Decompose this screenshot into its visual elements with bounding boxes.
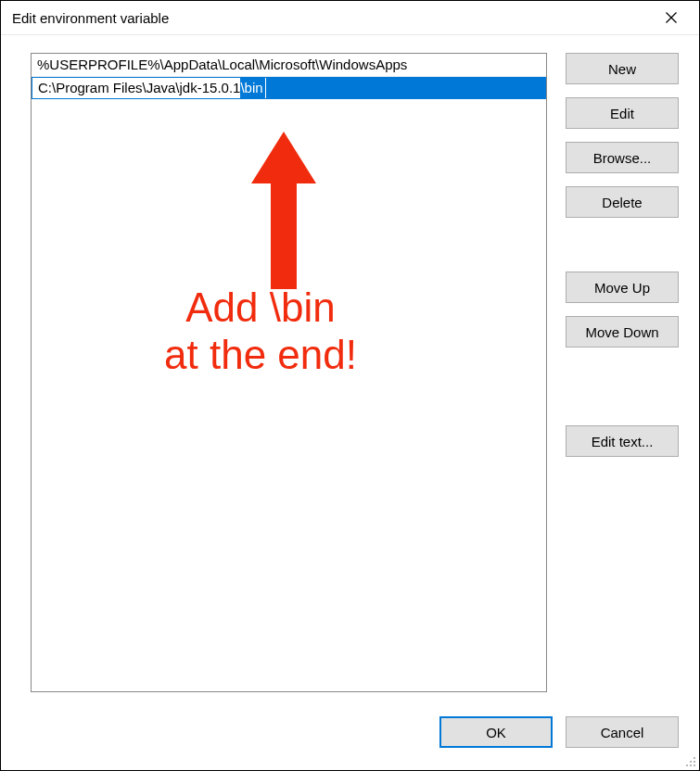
dialog-footer: OK Cancel (439, 716, 679, 748)
titlebar: Edit environment variable (1, 1, 699, 35)
edit-prefix: C:\Program Files\Java\jdk-15.0.1 (38, 77, 240, 99)
svg-rect-6 (690, 761, 692, 763)
close-icon (666, 12, 677, 23)
list-item-editing[interactable]: C:\Program Files\Java\jdk-15.0.1\bin (32, 77, 546, 99)
svg-rect-4 (694, 757, 695, 759)
dialog-body: %USERPROFILE%\AppData\Local\Microsoft\Wi… (1, 34, 699, 770)
cancel-button[interactable]: Cancel (566, 716, 679, 748)
resize-grip-icon[interactable] (684, 755, 697, 768)
list-item[interactable]: %USERPROFILE%\AppData\Local\Microsoft\Wi… (32, 54, 546, 77)
content-row: %USERPROFILE%\AppData\Local\Microsoft\Wi… (31, 53, 679, 692)
move-up-button[interactable]: Move Up (566, 272, 679, 303)
edit-button[interactable]: Edit (566, 97, 679, 129)
move-down-button[interactable]: Move Down (566, 316, 679, 348)
edit-selection: \bin (240, 77, 264, 99)
browse-button[interactable]: Browse... (566, 142, 679, 173)
paths-listbox[interactable]: %USERPROFILE%\AppData\Local\Microsoft\Wi… (31, 53, 547, 692)
window-title: Edit environment variable (12, 10, 169, 26)
svg-rect-8 (690, 765, 692, 766)
side-buttons: New Edit Browse... Delete Move Up Move D… (566, 53, 679, 692)
ok-button[interactable]: OK (439, 716, 553, 748)
svg-rect-9 (686, 765, 688, 766)
svg-rect-7 (694, 765, 695, 766)
svg-rect-5 (694, 761, 695, 763)
edit-text-button[interactable]: Edit text... (566, 425, 679, 457)
env-var-dialog: Edit environment variable %USERPROFILE%\… (0, 0, 700, 771)
delete-button[interactable]: Delete (566, 186, 679, 218)
new-button[interactable]: New (566, 53, 679, 84)
close-button[interactable] (651, 4, 692, 32)
